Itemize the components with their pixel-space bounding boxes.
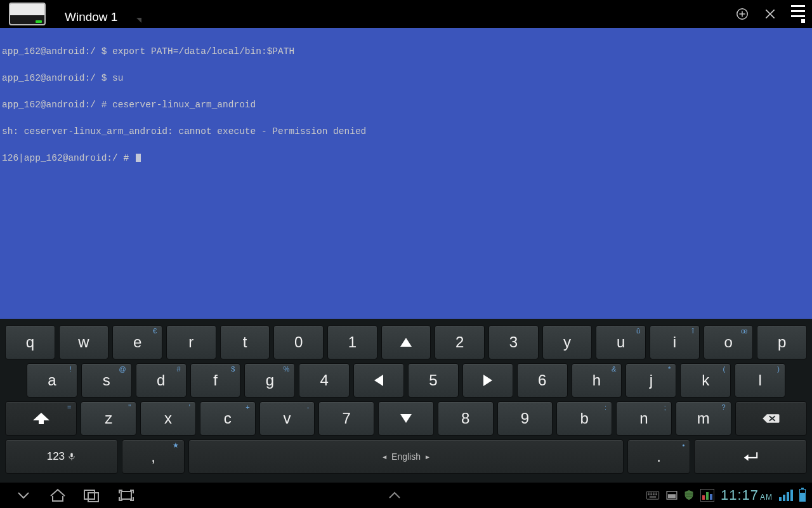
svg-rect-16 <box>653 493 654 494</box>
key-▼[interactable] <box>378 401 434 436</box>
status-icons[interactable]: 11:17AM <box>646 487 806 504</box>
nav-screenshot[interactable] <box>109 483 143 508</box>
key-s[interactable]: @s <box>81 363 132 398</box>
svg-rect-27 <box>668 494 676 498</box>
key-enter[interactable] <box>694 439 807 474</box>
key-◄[interactable] <box>353 363 404 398</box>
svg-rect-19 <box>648 494 649 495</box>
chart-status-icon <box>700 489 714 502</box>
key-t[interactable]: t <box>220 325 270 359</box>
key-w[interactable]: w <box>59 325 109 359</box>
keyboard-row-3: ="z'x+c-v789:b;n?m <box>5 401 807 436</box>
key-▲[interactable] <box>381 325 431 359</box>
key-period[interactable]: •. <box>627 439 691 474</box>
svg-rect-15 <box>651 493 652 494</box>
terminal-line: 126|app_162@android:/ # <box>2 154 810 163</box>
terminal-line: app_162@android:/ $ export PATH=/data/lo… <box>2 47 810 56</box>
clock: 11:17AM <box>721 487 773 504</box>
nav-expand[interactable] <box>377 483 412 508</box>
svg-rect-10 <box>88 493 98 502</box>
key-bksp[interactable] <box>735 401 807 436</box>
key-►[interactable] <box>462 363 513 398</box>
key-c[interactable]: +c <box>200 401 256 436</box>
key-r[interactable]: r <box>166 325 216 359</box>
key-n[interactable]: ;n <box>616 401 672 436</box>
key-5[interactable]: 5 <box>408 363 459 398</box>
window-tab-title: Window 1 <box>65 10 117 24</box>
key-y[interactable]: y <box>542 325 593 359</box>
svg-rect-24 <box>656 494 657 495</box>
keyboard-status-icon <box>646 491 660 500</box>
key-j[interactable]: *j <box>625 363 676 398</box>
nav-hide-keyboard[interactable] <box>6 483 41 508</box>
key-9[interactable]: 9 <box>497 401 553 436</box>
svg-rect-32 <box>702 495 705 500</box>
key-k[interactable]: (k <box>680 363 731 398</box>
nav-home[interactable] <box>41 483 75 508</box>
key-m[interactable]: ?m <box>676 401 731 436</box>
key-v[interactable]: -v <box>259 401 315 436</box>
tab-dropdown-arrow-icon <box>136 18 141 23</box>
key-x[interactable]: 'x <box>140 401 196 436</box>
svg-rect-21 <box>651 494 652 495</box>
key-8[interactable]: 8 <box>438 401 494 436</box>
key-comma[interactable]: ★, <box>122 439 185 474</box>
svg-rect-20 <box>650 494 651 495</box>
keyboard-row-1: qw€ert0123yûuîiœop <box>5 325 807 359</box>
key-3[interactable]: 3 <box>488 325 539 359</box>
key-g[interactable]: %g <box>244 363 295 398</box>
system-navbar: 11:17AM <box>0 483 812 508</box>
cursor-icon <box>136 154 141 162</box>
keyboard-row-2: !a@s#d$f%g456&h*j(k)l <box>5 363 807 398</box>
hamburger-icon <box>791 5 805 23</box>
terminal-app-icon[interactable] <box>9 3 46 25</box>
svg-rect-17 <box>655 493 656 494</box>
key-o[interactable]: œo <box>704 325 754 359</box>
key-l[interactable]: )l <box>735 363 785 398</box>
battery-icon <box>799 489 806 502</box>
svg-rect-23 <box>655 494 656 495</box>
window-tab[interactable]: Window 1 <box>65 0 141 28</box>
key-u[interactable]: ûu <box>596 325 646 359</box>
key-1[interactable]: 1 <box>327 325 377 359</box>
wifi-signal-icon <box>779 490 793 501</box>
key-a[interactable]: !a <box>27 363 77 398</box>
window-status-icon <box>666 491 678 500</box>
key-shift[interactable]: = <box>5 401 77 436</box>
soft-keyboard: qw€ert0123yûuîiœop !a@s#d$f%g456&h*j(k)l… <box>0 319 812 483</box>
svg-rect-14 <box>650 493 651 494</box>
svg-rect-11 <box>121 491 131 499</box>
key-7[interactable]: 7 <box>318 401 374 436</box>
key-q[interactable]: q <box>5 325 55 359</box>
key-d[interactable]: #d <box>136 363 187 398</box>
key-symbols[interactable]: 123 <box>5 439 118 474</box>
svg-rect-7 <box>70 453 73 457</box>
nav-recent[interactable] <box>75 483 109 508</box>
svg-rect-33 <box>706 492 709 500</box>
terminal-output[interactable]: app_162@android:/ $ export PATH=/data/lo… <box>0 28 812 319</box>
svg-rect-9 <box>84 490 95 499</box>
key-h[interactable]: &h <box>572 363 622 398</box>
key-e[interactable]: €e <box>112 325 162 359</box>
close-button[interactable] <box>756 0 784 28</box>
key-2[interactable]: 2 <box>435 325 485 359</box>
menu-button[interactable] <box>784 0 812 28</box>
key-f[interactable]: $f <box>190 363 241 398</box>
keyboard-row-4: 123 ★, ◄English► •. <box>5 439 807 474</box>
key-z[interactable]: "z <box>81 401 136 436</box>
key-b[interactable]: :b <box>556 401 612 436</box>
key-p[interactable]: p <box>757 325 807 359</box>
key-6[interactable]: 6 <box>517 363 568 398</box>
svg-rect-18 <box>656 493 657 494</box>
shield-status-icon <box>684 490 694 501</box>
key-4[interactable]: 4 <box>299 363 350 398</box>
key-i[interactable]: îi <box>650 325 700 359</box>
terminal-line: app_162@android:/ $ su <box>2 74 810 83</box>
add-window-button[interactable] <box>728 0 756 28</box>
terminal-line: app_162@android:/ # ceserver-linux_arm_a… <box>2 100 810 109</box>
terminal-line: sh: ceserver-linux_arm_android: cannot e… <box>2 127 810 136</box>
svg-rect-34 <box>710 494 712 500</box>
svg-rect-13 <box>648 493 649 494</box>
key-space[interactable]: ◄English► <box>188 439 623 474</box>
key-0[interactable]: 0 <box>273 325 324 359</box>
